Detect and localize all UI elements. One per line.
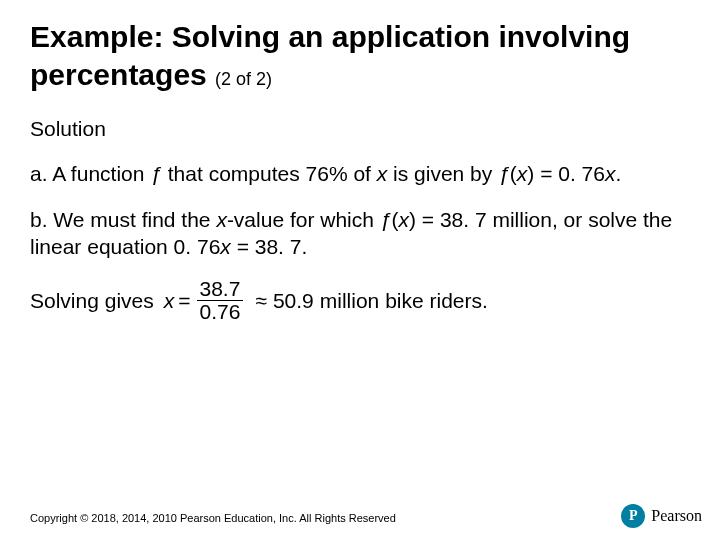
pearson-logo-text: Pearson — [651, 507, 702, 525]
part-a-mid: that computes 76% of — [162, 162, 377, 185]
math-approx: ≈ — [255, 287, 267, 314]
part-a: a. A function ƒ that computes 76% of x i… — [30, 160, 690, 187]
part-b-x2: x — [398, 208, 409, 231]
math-pre: Solving gives — [30, 287, 154, 314]
pearson-logo-icon: P — [621, 504, 645, 528]
slide-body: Solution a. A function ƒ that computes 7… — [30, 115, 690, 323]
solution-label: Solution — [30, 115, 690, 142]
pearson-logo: P Pearson — [621, 504, 702, 528]
part-b-mid: -value for which — [227, 208, 380, 231]
math-eq: = — [178, 287, 190, 314]
pearson-logo-letter: P — [629, 508, 638, 524]
part-a-x3: x — [605, 162, 616, 185]
part-a-f2: ƒ — [498, 162, 510, 185]
math-post: million bike riders. — [320, 287, 488, 314]
part-b-x3: x — [220, 235, 231, 258]
title-sub: (2 of 2) — [215, 69, 272, 89]
part-a-po: ( — [510, 162, 517, 185]
part-b-prefix: b. We must find the — [30, 208, 216, 231]
part-a-rest: ) = 0. 76 — [527, 162, 605, 185]
math-var: x — [164, 287, 175, 314]
part-a-f1: ƒ — [150, 162, 162, 185]
math-den: 0.76 — [197, 301, 244, 323]
part-b: b. We must find the x-value for which ƒ(… — [30, 206, 690, 261]
part-a-x2: x — [517, 162, 528, 185]
copyright-footer: Copyright © 2018, 2014, 2010 Pearson Edu… — [30, 512, 396, 524]
part-b-f1: ƒ — [380, 208, 392, 231]
title-main: Example: Solving an application involvin… — [30, 20, 630, 91]
part-b-x1: x — [216, 208, 227, 231]
part-a-mid2: is given by — [387, 162, 498, 185]
math-result: 50.9 — [273, 287, 314, 314]
math-fraction: 38.7 0.76 — [197, 278, 244, 323]
slide-title: Example: Solving an application involvin… — [30, 18, 690, 93]
part-a-prefix: a. A function — [30, 162, 150, 185]
part-a-x1: x — [377, 162, 388, 185]
slide: Example: Solving an application involvin… — [0, 0, 720, 540]
math-line: Solving gives x = 38.7 0.76 ≈ 50.9 milli… — [30, 278, 690, 323]
part-a-tail: . — [615, 162, 621, 185]
math-num: 38.7 — [197, 278, 244, 301]
part-b-tail: = 38. 7. — [231, 235, 307, 258]
